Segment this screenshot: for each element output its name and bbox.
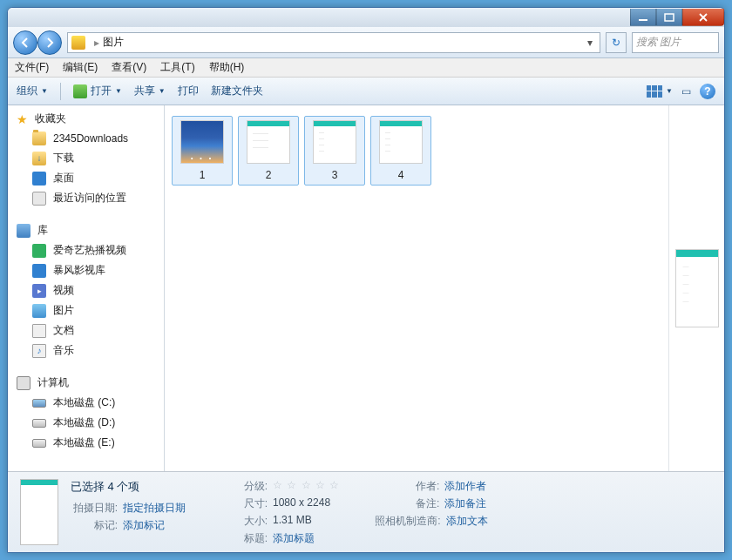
- details-title: 已选择 4 个项: [71, 479, 186, 495]
- caret-down-icon: ▼: [159, 87, 166, 95]
- file-thumbnail[interactable]: 3: [304, 116, 365, 186]
- size-label: 尺寸:: [220, 496, 268, 511]
- shot-date-label: 拍摄日期:: [71, 501, 118, 516]
- body: ★收藏夹 2345Downloads 下载 桌面 最近访问的位置 库 爱奇艺热播…: [8, 105, 724, 472]
- file-thumbnail[interactable]: 1: [172, 116, 233, 186]
- rating-stars[interactable]: ☆ ☆ ☆ ☆ ☆: [273, 479, 340, 494]
- folder-icon: [71, 36, 85, 50]
- forward-button[interactable]: [37, 30, 62, 55]
- rating-label: 分级:: [220, 479, 268, 494]
- details-thumbnail: [20, 479, 58, 545]
- address-bar[interactable]: ▸ 图片 ▾: [67, 32, 600, 53]
- drive-icon: [32, 419, 46, 428]
- thumbnail-image: [313, 120, 356, 164]
- titlebar[interactable]: [8, 8, 724, 27]
- share-button[interactable]: 共享▼: [134, 84, 166, 98]
- file-thumbnail[interactable]: 2: [238, 116, 299, 186]
- caret-down-icon: ▼: [41, 87, 48, 95]
- desktop-icon: [32, 172, 46, 186]
- address-path[interactable]: 图片: [103, 35, 124, 50]
- sidebar-item-iqiyi[interactable]: 爱奇艺热播视频: [8, 240, 164, 260]
- video-icon: [32, 284, 46, 298]
- sidebar-item-recent[interactable]: 最近访问的位置: [8, 188, 164, 208]
- thumbnail-label: 2: [266, 169, 272, 181]
- thumbnails-icon: [647, 85, 662, 98]
- author-label: 作者:: [375, 479, 439, 494]
- menu-file[interactable]: 文件(F): [15, 60, 49, 75]
- iqiyi-icon: [32, 244, 46, 258]
- sidebar-computer-header[interactable]: 计算机: [8, 373, 164, 393]
- sidebar-item-documents[interactable]: 文档: [8, 320, 164, 341]
- note-value[interactable]: 添加备注: [444, 496, 486, 511]
- toolbar-separator: [60, 83, 61, 100]
- addrbar-dropdown-icon[interactable]: ▾: [587, 37, 593, 49]
- sidebar-libraries-header[interactable]: 库: [8, 220, 164, 240]
- tag-label: 标记:: [71, 518, 118, 533]
- menubar: 文件(F) 编辑(E) 查看(V) 工具(T) 帮助(H): [8, 58, 724, 78]
- sidebar-item-baofeng[interactable]: 暴风影视库: [8, 260, 164, 280]
- sidebar-item-downloads[interactable]: 下载: [8, 148, 164, 168]
- drive-icon: [32, 439, 46, 448]
- organize-button[interactable]: 组织▼: [17, 84, 48, 98]
- cam-label: 照相机制造商:: [375, 514, 440, 529]
- close-button[interactable]: [682, 9, 724, 26]
- main-area: 1 2 3 4: [165, 105, 724, 471]
- recent-icon: [32, 192, 46, 206]
- print-button[interactable]: 打印: [178, 84, 199, 98]
- sidebar-item-drive-e[interactable]: 本地磁盘 (E:): [8, 433, 164, 453]
- minimize-button[interactable]: [630, 9, 656, 26]
- thumbnail-image: [247, 120, 290, 164]
- menu-edit[interactable]: 编辑(E): [63, 60, 98, 75]
- thumbnail-label: 4: [398, 169, 404, 181]
- help-button[interactable]: ?: [700, 84, 715, 99]
- back-button[interactable]: [13, 30, 37, 55]
- file-thumbnail[interactable]: 4: [370, 116, 431, 186]
- sidebar-favorites-header[interactable]: ★收藏夹: [8, 109, 164, 129]
- sidebar-item-drive-d[interactable]: 本地磁盘 (D:): [8, 413, 164, 433]
- size-value: 1080 x 2248: [273, 496, 330, 511]
- search-input[interactable]: 搜索 图片: [632, 32, 719, 53]
- sidebar-item-pictures[interactable]: 图片: [8, 300, 164, 320]
- author-value[interactable]: 添加作者: [444, 479, 486, 494]
- new-folder-button[interactable]: 新建文件夹: [211, 84, 263, 98]
- folder-icon: [32, 132, 46, 145]
- thumbnail-image: [180, 120, 224, 164]
- sidebar-item-music[interactable]: 音乐: [8, 341, 164, 361]
- menu-help[interactable]: 帮助(H): [209, 60, 245, 75]
- view-mode-button[interactable]: ▼: [647, 85, 673, 98]
- breadcrumb-separator-icon: ▸: [94, 37, 99, 49]
- pictures-icon: [32, 304, 46, 318]
- computer-icon: [17, 376, 30, 390]
- download-icon: [32, 152, 46, 165]
- nav-row: ▸ 图片 ▾ ↻ 搜索 图片: [8, 27, 724, 58]
- thumbnail-label: 1: [200, 169, 206, 181]
- caret-down-icon: ▼: [115, 87, 122, 95]
- star-icon: ★: [17, 112, 28, 126]
- preview-pane-button[interactable]: ▭: [681, 85, 691, 98]
- search-placeholder: 搜索 图片: [636, 35, 681, 50]
- sidebar-item-2345downloads[interactable]: 2345Downloads: [8, 129, 164, 148]
- sidebar[interactable]: ★收藏夹 2345Downloads 下载 桌面 最近访问的位置 库 爱奇艺热播…: [8, 105, 165, 471]
- refresh-button[interactable]: ↻: [606, 32, 627, 53]
- tag-value[interactable]: 添加标记: [123, 518, 165, 533]
- note-label: 备注:: [375, 496, 439, 511]
- sidebar-item-videos[interactable]: 视频: [8, 280, 164, 300]
- sidebar-item-desktop[interactable]: 桌面: [8, 168, 164, 188]
- title2-label: 标题:: [220, 531, 268, 546]
- thumbnail-label: 3: [332, 169, 338, 181]
- music-icon: [32, 344, 46, 358]
- sidebar-item-drive-c[interactable]: 本地磁盘 (C:): [8, 393, 164, 413]
- title2-value[interactable]: 添加标题: [273, 531, 315, 546]
- thumbnail-grid[interactable]: 1 2 3 4: [165, 105, 668, 471]
- details-pane: 已选择 4 个项 拍摄日期:指定拍摄日期 标记:添加标记 分级:☆ ☆ ☆ ☆ …: [8, 472, 724, 552]
- menu-tools[interactable]: 工具(T): [160, 60, 194, 75]
- library-icon: [17, 224, 30, 238]
- open-icon: [73, 84, 87, 98]
- maximize-button[interactable]: [656, 9, 682, 26]
- open-button[interactable]: 打开▼: [73, 84, 122, 98]
- menu-view[interactable]: 查看(V): [112, 60, 146, 75]
- thumbnail-image: [379, 120, 423, 164]
- shot-date-value[interactable]: 指定拍摄日期: [123, 501, 186, 516]
- cam-value[interactable]: 添加文本: [446, 514, 488, 529]
- preview-image: [675, 249, 719, 327]
